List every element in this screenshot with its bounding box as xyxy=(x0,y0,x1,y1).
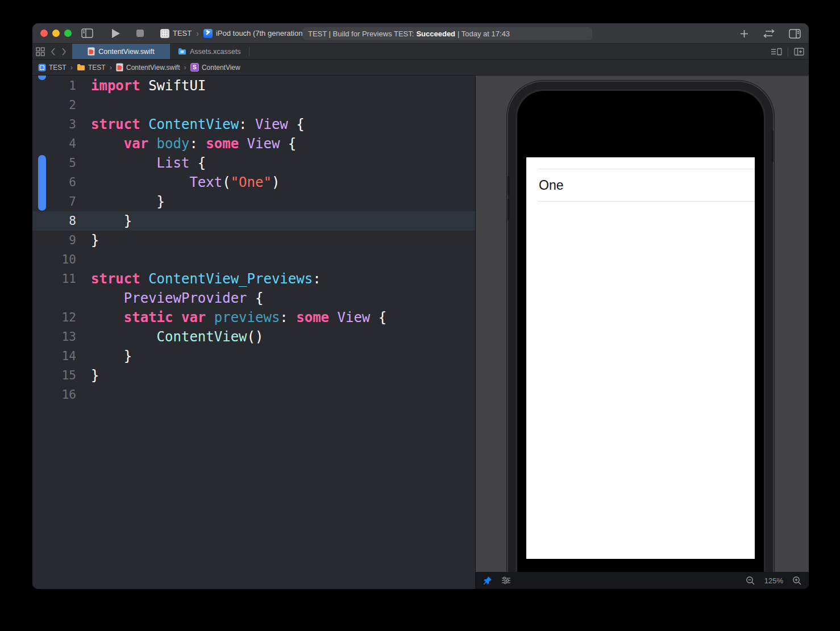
code-review-icon[interactable] xyxy=(762,29,776,38)
code-text: static var previews: some View { xyxy=(91,308,386,327)
code-text: var body: some View { xyxy=(91,134,296,153)
chevron-right-icon: › xyxy=(70,63,73,72)
go-forward-icon[interactable] xyxy=(61,48,66,56)
assets-folder-icon xyxy=(178,48,186,55)
breadcrumb-file[interactable]: ContentView.swift xyxy=(116,63,180,72)
code-line[interactable]: 16 xyxy=(32,385,475,404)
preview-bottom-bar: 125% xyxy=(476,572,809,589)
line-number: 13 xyxy=(32,330,76,344)
xcode-window: TEST › iPod touch (7th generation) TEST … xyxy=(32,23,809,589)
chevron-right-icon: › xyxy=(184,63,186,72)
code-line[interactable]: PreviewProvider { xyxy=(32,289,475,308)
source-editor[interactable]: 1import SwiftUI23struct ContentView: Vie… xyxy=(32,76,475,589)
breadcrumb-project[interactable]: TEST xyxy=(38,64,66,72)
breadcrumb-label: TEST xyxy=(88,64,106,72)
zoom-out-icon[interactable] xyxy=(746,576,755,586)
add-editor-icon[interactable] xyxy=(794,47,804,56)
tab-assets-xcassets[interactable]: Assets.xcassets xyxy=(170,44,249,59)
chevron-right-icon: › xyxy=(196,29,199,38)
run-button[interactable] xyxy=(112,29,120,38)
line-number: 16 xyxy=(32,388,76,402)
close-window-button[interactable] xyxy=(40,30,48,37)
code-line[interactable]: 9} xyxy=(32,231,475,250)
code-text: Text("One") xyxy=(91,173,280,192)
scheme-selector[interactable]: TEST › iPod touch (7th generation) xyxy=(160,29,305,38)
volume-up-button xyxy=(508,176,510,195)
stop-button[interactable] xyxy=(136,30,144,37)
code-line[interactable]: 15} xyxy=(32,366,475,385)
tab-contentview-swift[interactable]: ContentView.swift xyxy=(72,44,170,59)
code-line[interactable]: 3struct ContentView: View { xyxy=(32,115,475,134)
code-text: } xyxy=(91,211,132,231)
code-line[interactable]: 5 List { xyxy=(32,153,475,173)
tab-label: Assets.xcassets xyxy=(190,48,241,56)
code-line[interactable]: 4 var body: some View { xyxy=(32,134,475,153)
activity-status-bar[interactable]: TEST | Build for Previews TEST: Succeede… xyxy=(302,27,592,40)
power-button xyxy=(771,131,774,162)
code-line[interactable]: 12 static var previews: some View { xyxy=(32,308,475,327)
line-number: 11 xyxy=(32,272,76,286)
code-text: import SwiftUI xyxy=(91,76,206,95)
zoom-in-icon[interactable] xyxy=(792,576,802,586)
status-result: Succeeded xyxy=(416,30,455,38)
code-text: ContentView() xyxy=(91,327,263,346)
go-back-icon[interactable] xyxy=(51,48,56,56)
zoom-level: 125% xyxy=(764,576,783,585)
code-text: List { xyxy=(91,153,206,173)
code-line[interactable]: 10 xyxy=(32,250,475,269)
list-item[interactable]: One xyxy=(526,169,755,201)
minimize-window-button[interactable] xyxy=(52,30,60,37)
code-text: } xyxy=(91,192,165,211)
code-line[interactable]: 1import SwiftUI xyxy=(32,76,475,95)
line-number: 12 xyxy=(32,311,76,324)
chevron-right-icon: › xyxy=(110,63,112,72)
simulator-icon xyxy=(203,29,213,38)
preview-canvas[interactable]: One xyxy=(475,76,809,589)
struct-icon: S xyxy=(190,63,199,72)
preview-settings-icon[interactable] xyxy=(501,576,512,585)
line-number: 4 xyxy=(32,137,76,151)
breadcrumb-label: ContentView xyxy=(202,64,240,72)
code-line[interactable]: 13 ContentView() xyxy=(32,327,475,346)
breadcrumb-symbol[interactable]: S ContentView xyxy=(190,63,240,72)
swift-file-icon xyxy=(88,47,95,56)
line-number: 1 xyxy=(32,79,76,93)
list-separator xyxy=(538,201,755,202)
jump-bar: TEST › TEST › ContentView.swift › S Cont… xyxy=(32,60,809,76)
line-number: 2 xyxy=(32,98,76,112)
code-line[interactable]: 8 } xyxy=(32,211,475,231)
related-items-icon[interactable] xyxy=(36,47,45,56)
app-preview-content[interactable]: One xyxy=(526,157,755,559)
code-line[interactable]: 6 Text("One") xyxy=(32,173,475,192)
breadcrumb-label: ContentView.swift xyxy=(126,64,180,72)
device-screen: One xyxy=(517,91,764,589)
adjust-editor-options-icon[interactable] xyxy=(771,47,782,56)
code-line[interactable]: 2 xyxy=(32,95,475,115)
breadcrumb-label: TEST xyxy=(49,64,66,72)
destination-name: iPod touch (7th generation) xyxy=(216,29,305,37)
zoom-window-button[interactable] xyxy=(64,30,72,37)
app-target-icon xyxy=(160,29,169,38)
folder-icon xyxy=(77,64,85,71)
line-number: 9 xyxy=(32,233,76,247)
code-text: } xyxy=(91,231,99,250)
code-line[interactable]: 14 } xyxy=(32,346,475,366)
code-text: struct ContentView_Previews: xyxy=(91,269,321,289)
device-frame: One xyxy=(507,81,774,589)
inspector-sidebar-toggle-icon[interactable] xyxy=(789,29,801,39)
swift-file-icon xyxy=(116,63,123,72)
tab-divider xyxy=(249,47,249,56)
pin-preview-icon[interactable] xyxy=(483,576,492,586)
breadcrumb-group[interactable]: TEST xyxy=(77,64,106,72)
library-add-icon[interactable] xyxy=(739,29,749,39)
navigator-sidebar-toggle-icon[interactable] xyxy=(81,28,93,38)
change-indicator-bar[interactable] xyxy=(38,155,46,211)
code-lines: 1import SwiftUI23struct ContentView: Vie… xyxy=(32,76,475,404)
code-text: } xyxy=(91,366,99,385)
traffic-lights xyxy=(40,30,72,37)
project-icon xyxy=(38,64,46,72)
code-line[interactable]: 11struct ContentView_Previews: xyxy=(32,269,475,289)
code-text: } xyxy=(91,346,132,366)
code-line[interactable]: 7 } xyxy=(32,192,475,211)
tab-bar: ContentView.swift Assets.xcassets xyxy=(32,44,809,60)
